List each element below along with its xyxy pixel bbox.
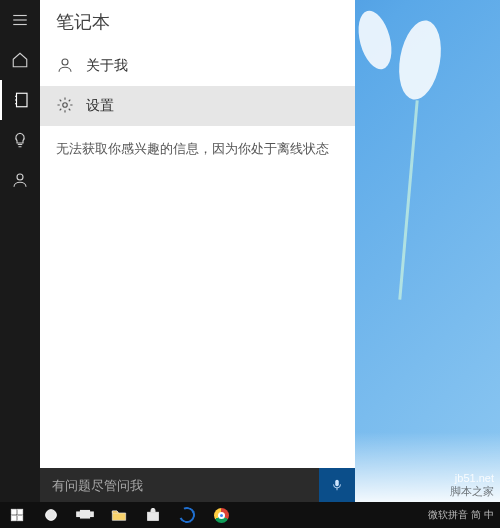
svg-rect-19 [148, 512, 159, 520]
store-icon[interactable] [136, 502, 170, 528]
svg-rect-17 [77, 512, 80, 517]
svg-rect-10 [335, 480, 339, 486]
svg-point-9 [63, 102, 68, 107]
edge-icon[interactable] [170, 502, 204, 528]
ime-indicator[interactable]: 微软拼音 简 中 [422, 508, 500, 522]
svg-rect-12 [18, 509, 23, 514]
task-view-icon[interactable] [68, 502, 102, 528]
cortana-rail [0, 0, 40, 502]
watermark-site: 脚本之家 [450, 485, 494, 498]
cortana-circle-icon[interactable] [34, 502, 68, 528]
start-button[interactable] [0, 502, 34, 528]
watermark-url: jb51.net [450, 472, 494, 485]
chrome-icon[interactable] [204, 502, 238, 528]
offline-message: 无法获取你感兴趣的信息，因为你处于离线状态 [40, 126, 355, 468]
home-icon[interactable] [0, 40, 40, 80]
svg-rect-13 [11, 516, 16, 521]
watermark: jb51.net 脚本之家 [450, 472, 494, 498]
svg-rect-3 [17, 93, 28, 107]
settings-label: 设置 [86, 97, 114, 115]
svg-rect-14 [18, 516, 23, 521]
svg-rect-18 [90, 512, 93, 517]
file-explorer-icon[interactable] [102, 502, 136, 528]
microphone-button[interactable] [319, 468, 355, 502]
svg-point-8 [62, 59, 68, 65]
svg-rect-16 [81, 511, 90, 519]
about-me-label: 关于我 [86, 57, 128, 75]
notebook-icon[interactable] [0, 80, 40, 120]
cortana-notebook-panel: 笔记本 关于我 设置 无法获取你感兴趣的信息，因为你处于离线状态 [40, 0, 355, 502]
svg-point-7 [17, 174, 23, 180]
lightbulb-icon[interactable] [0, 120, 40, 160]
panel-title: 笔记本 [40, 0, 355, 46]
svg-rect-11 [11, 509, 16, 514]
person-icon [56, 56, 74, 77]
feedback-icon[interactable] [0, 160, 40, 200]
taskbar: 微软拼音 简 中 [0, 502, 500, 528]
system-tray: 微软拼音 简 中 [422, 502, 500, 528]
settings-row[interactable]: 设置 [40, 86, 355, 126]
search-input[interactable] [40, 478, 319, 493]
about-me-row[interactable]: 关于我 [40, 46, 355, 86]
cortana-search-bar [40, 468, 355, 502]
menu-icon[interactable] [0, 0, 40, 40]
gear-icon [56, 96, 74, 117]
svg-point-15 [46, 510, 57, 521]
